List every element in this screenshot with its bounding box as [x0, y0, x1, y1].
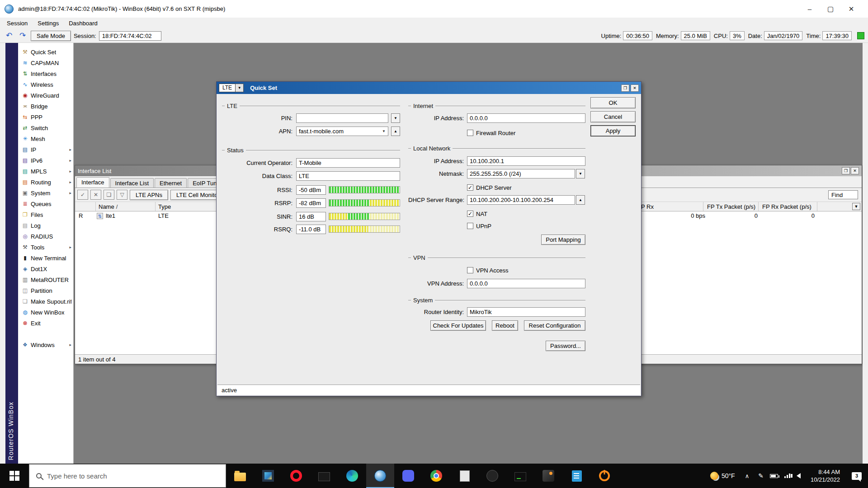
- sidebar-item-mpls[interactable]: ▤ MPLS ▸: [18, 166, 73, 177]
- sidebar-item-interfaces[interactable]: ⇅ Interfaces ▸: [18, 68, 73, 79]
- password-button[interactable]: Password...: [546, 341, 585, 351]
- session-field[interactable]: 18:FD:74:74:4C:02: [99, 31, 161, 41]
- cancel-button[interactable]: Cancel: [590, 111, 636, 122]
- ok-button[interactable]: OK: [590, 97, 636, 108]
- il-close-button[interactable]: ✕: [851, 167, 859, 174]
- netmask-dropdown-button[interactable]: ▼: [576, 169, 585, 178]
- sidebar-item-bridge[interactable]: ≍ Bridge ▸: [18, 101, 73, 112]
- menu-item[interactable]: Settings: [33, 19, 64, 28]
- taskbar-app-discord[interactable]: [394, 464, 422, 488]
- sidebar-item-new-winbox[interactable]: ◍ New WinBox ▸: [18, 307, 73, 318]
- sidebar-item-mesh[interactable]: ✳ Mesh ▸: [18, 133, 73, 144]
- chevron-down-icon[interactable]: ▼: [236, 84, 244, 92]
- sidebar-item-files[interactable]: ❐ Files ▸: [18, 209, 73, 220]
- dhcp-range-collapse-button[interactable]: ▲: [576, 195, 585, 205]
- taskbar-app-media-viewer[interactable]: [310, 464, 338, 488]
- sidebar-item-tools[interactable]: ⚒ Tools ▸: [18, 242, 73, 253]
- enable-icon[interactable]: ✓: [77, 190, 88, 200]
- sidebar-item-queues[interactable]: ≣ Queues ▸: [18, 198, 73, 209]
- column-chooser-button[interactable]: ▼: [852, 203, 860, 210]
- menu-item[interactable]: Session: [2, 19, 33, 28]
- tray-network-icon[interactable]: [784, 474, 790, 478]
- taskbar-app-terminal[interactable]: [506, 464, 534, 488]
- sidebar-item-ip[interactable]: ▤ IP ▸: [18, 144, 73, 155]
- menu-item[interactable]: Dashboard: [64, 19, 103, 28]
- dialog-close-button[interactable]: ✕: [631, 84, 639, 92]
- netmask-field[interactable]: 255.255.255.0 (/24): [467, 169, 575, 178]
- port-mapping-button[interactable]: Port Mapping: [541, 235, 585, 245]
- column-header-fp-tx-packet[interactable]: FP Tx Packet (p/s): [704, 202, 759, 211]
- router-identity-field[interactable]: MikroTik: [467, 307, 585, 317]
- sidebar-item-system[interactable]: ▣ System ▸: [18, 188, 73, 198]
- internet-ip-field[interactable]: 0.0.0.0: [467, 113, 585, 123]
- upnp-checkbox[interactable]: [467, 223, 473, 229]
- sidebar-item-new-terminal[interactable]: ▮ New Terminal ▸: [18, 253, 73, 263]
- sidebar-item-exit[interactable]: ⊗ Exit ▸: [18, 318, 73, 328]
- taskbar-app-notes[interactable]: [562, 464, 590, 488]
- sidebar-item-switch[interactable]: ⇄ Switch ▸: [18, 122, 73, 133]
- sidebar-item-wireless[interactable]: ∿ Wireless ▸: [18, 79, 73, 90]
- sidebar-item-log[interactable]: ▤ Log ▸: [18, 220, 73, 231]
- taskbar-app-browser-dark[interactable]: [478, 464, 506, 488]
- taskbar-app-power-tool[interactable]: [590, 464, 618, 488]
- lte-apns-button[interactable]: LTE APNs: [130, 190, 168, 200]
- firewall-router-checkbox[interactable]: [467, 130, 473, 136]
- pin-dropdown-button[interactable]: ▼: [391, 113, 400, 123]
- taskbar-app-winbox[interactable]: [366, 464, 394, 488]
- local-ip-field[interactable]: 10.100.200.1: [467, 156, 585, 166]
- tray-battery-icon[interactable]: [770, 474, 778, 478]
- action-center-button[interactable]: 3: [845, 464, 868, 488]
- show-hidden-icons-button[interactable]: ∧: [741, 473, 754, 479]
- redo-icon[interactable]: ↷: [17, 30, 28, 41]
- column-header-fp-rx-packet[interactable]: FP Rx Packet (p/s): [760, 202, 817, 211]
- vpn-access-checkbox[interactable]: [467, 267, 473, 273]
- taskbar-clock[interactable]: 8:44 AM 10/21/2022: [805, 468, 845, 483]
- taskbar-app-document[interactable]: [450, 464, 478, 488]
- sidebar-item-make-supout-rif[interactable]: ❏ Make Supout.rif ▸: [18, 296, 73, 307]
- pin-field[interactable]: [296, 113, 388, 123]
- column-header-flags[interactable]: [75, 202, 96, 211]
- filter-icon[interactable]: ▽: [117, 190, 127, 200]
- il-maximize-button[interactable]: ❐: [842, 167, 850, 174]
- chevron-down-icon[interactable]: ▼: [382, 127, 386, 136]
- apn-collapse-button[interactable]: ▲: [391, 127, 400, 136]
- tab-interface[interactable]: Interface: [76, 177, 109, 188]
- taskbar-app-chrome[interactable]: [422, 464, 450, 488]
- vpn-address-field[interactable]: 0.0.0.0: [467, 279, 585, 288]
- sidebar-item-capsman[interactable]: ≋ CAPsMAN ▸: [18, 57, 73, 68]
- sidebar-item-ipv6[interactable]: ▤ IPv6 ▸: [18, 155, 73, 166]
- dhcp-server-checkbox[interactable]: [467, 184, 473, 191]
- comment-icon[interactable]: ❏: [104, 190, 114, 200]
- sidebar-item-quick-set[interactable]: ⚒ Quick Set ▸: [18, 47, 73, 57]
- weather-widget[interactable]: 50°F: [705, 464, 741, 488]
- reboot-button[interactable]: Reboot: [492, 320, 518, 331]
- quickset-mode-select[interactable]: LTE ▼: [219, 84, 244, 92]
- apply-button[interactable]: Apply: [590, 125, 636, 136]
- check-for-updates-button[interactable]: Check For Updates: [430, 320, 486, 331]
- dialog-maximize-button[interactable]: ❐: [621, 84, 629, 92]
- taskbar-app-utility[interactable]: [534, 464, 562, 488]
- taskbar-app-opera-gx[interactable]: [282, 464, 310, 488]
- find-box[interactable]: Find: [828, 190, 858, 199]
- tab-interface-list[interactable]: Interface List: [110, 178, 154, 188]
- tray-pen-icon[interactable]: ✎: [758, 472, 764, 479]
- taskbar-app-edge[interactable]: [338, 464, 366, 488]
- dhcp-range-field[interactable]: 10.100.200.200-10.100.200.254: [467, 195, 575, 205]
- sidebar-item-routing[interactable]: ▤ Routing ▸: [18, 177, 73, 188]
- taskbar-search[interactable]: Type here to search: [29, 464, 226, 488]
- tray-volume-icon[interactable]: [797, 473, 801, 479]
- minimize-button[interactable]: –: [799, 0, 820, 18]
- start-button[interactable]: [0, 464, 29, 488]
- sidebar-item-radius[interactable]: ◎ RADIUS ▸: [18, 231, 73, 242]
- safe-mode-button[interactable]: Safe Mode: [31, 31, 71, 41]
- sidebar-item-dot1x[interactable]: ◈ Dot1X ▸: [18, 263, 73, 274]
- quick-set-title-bar[interactable]: LTE ▼ Quick Set ❐ ✕: [217, 82, 641, 94]
- taskbar-app-photos[interactable]: [254, 464, 282, 488]
- close-button[interactable]: ✕: [841, 0, 862, 18]
- column-header-name[interactable]: Name /: [96, 202, 156, 211]
- disable-icon[interactable]: ✕: [90, 190, 101, 200]
- tab-ethernet[interactable]: Ethernet: [155, 178, 187, 188]
- sidebar-item-ppp[interactable]: ⇆ PPP ▸: [18, 112, 73, 122]
- sidebar-item-windows[interactable]: ❖ Windows ▸: [18, 339, 73, 350]
- sidebar-item-partition[interactable]: ◫ Partition ▸: [18, 285, 73, 296]
